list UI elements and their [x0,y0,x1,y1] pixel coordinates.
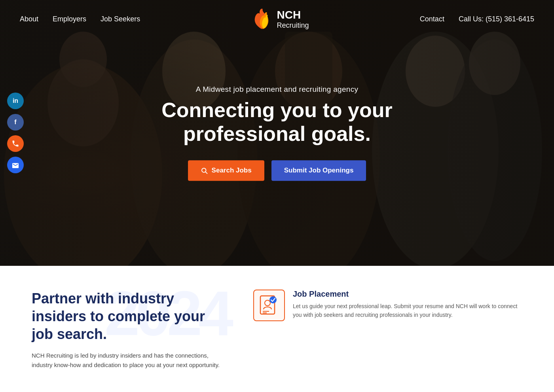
svg-point-19 [265,300,270,306]
job-placement-title: Job Placement [293,290,522,299]
nav-left: About Employers Job Seekers [20,15,140,23]
nav-phone[interactable]: Call Us: (515) 361-6415 [459,15,534,23]
search-icon [201,167,208,174]
lower-left-content: 2024 Partner with industry insiders to c… [32,290,222,370]
lower-right-features: Job Placement Let us guide your next pro… [253,290,522,321]
hero-title: Connecting you to your professional goal… [138,98,416,146]
nav-about[interactable]: About [20,15,38,23]
facebook-icon[interactable]: f [7,114,24,131]
linkedin-icon[interactable]: in [7,93,24,109]
nav-job-seekers[interactable]: Job Seekers [101,15,140,23]
phone-icon[interactable] [7,135,24,152]
hero-section: About Employers Job Seekers NCH Recruiti… [0,0,554,266]
svg-point-22 [269,296,277,303]
site-header: About Employers Job Seekers NCH Recruiti… [0,0,554,38]
submit-job-openings-button[interactable]: Submit Job Openings [271,160,366,181]
job-placement-description: Let us guide your next professional leap… [293,302,522,320]
hero-buttons: Search Jobs Submit Job Openings [138,160,416,181]
hero-content: A Midwest job placement and recruiting a… [138,85,416,181]
search-jobs-button[interactable]: Search Jobs [188,160,264,181]
social-sidebar: in f [7,93,24,173]
job-placement-icon-wrap [253,290,285,321]
job-placement-text: Job Placement Let us guide your next pro… [293,290,522,320]
email-icon[interactable] [7,157,24,173]
logo-text: NCH Recruiting [277,9,309,30]
lower-heading: Partner with industry insiders to comple… [32,290,222,343]
site-logo[interactable]: NCH Recruiting [251,7,309,31]
lower-section: 2024 Partner with industry insiders to c… [0,266,554,392]
logo-flame-icon [251,7,273,31]
job-placement-icon [259,294,279,316]
nav-right: Contact Call Us: (515) 361-6415 [420,15,534,23]
nav-contact[interactable]: Contact [420,15,444,23]
nav-employers[interactable]: Employers [53,15,86,23]
svg-line-17 [205,172,207,173]
feature-job-placement: Job Placement Let us guide your next pro… [253,290,522,321]
hero-subtitle: A Midwest job placement and recruiting a… [138,85,416,94]
lower-body-text: NCH Recruiting is led by industry inside… [32,351,222,370]
